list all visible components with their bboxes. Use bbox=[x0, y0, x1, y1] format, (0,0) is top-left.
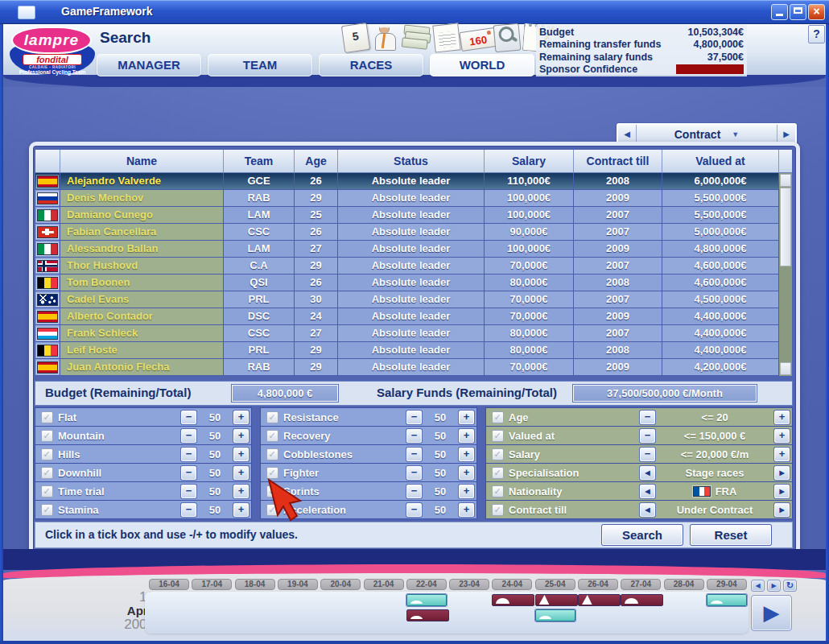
filter-checkbox[interactable] bbox=[492, 467, 504, 479]
filter-checkbox[interactable] bbox=[492, 448, 504, 460]
timeline-prev-button[interactable]: ◀ bbox=[751, 580, 765, 592]
date-button[interactable]: 20-04 bbox=[320, 579, 361, 590]
next-option-button[interactable]: ▶ bbox=[774, 466, 790, 480]
column-header[interactable]: Valued at bbox=[662, 150, 779, 173]
minus-button[interactable]: − bbox=[640, 411, 655, 424]
plus-button[interactable]: + bbox=[233, 448, 249, 461]
minus-button[interactable]: − bbox=[406, 429, 422, 443]
money-icon[interactable] bbox=[399, 21, 431, 55]
filter-checkbox[interactable] bbox=[492, 485, 504, 497]
date-button[interactable]: 26-04 bbox=[578, 579, 618, 590]
minus-button[interactable]: − bbox=[181, 429, 196, 443]
filter-checkbox[interactable] bbox=[266, 411, 278, 423]
plus-button[interactable]: + bbox=[459, 466, 474, 480]
close-icon[interactable]: × bbox=[808, 4, 825, 20]
table-row[interactable]: Damiano CunegoLAM25Absolute leader100,00… bbox=[35, 207, 792, 224]
table-scrollbar[interactable] bbox=[779, 150, 792, 376]
date-button[interactable]: 18-04 bbox=[235, 579, 275, 590]
minus-button[interactable]: − bbox=[181, 448, 196, 461]
next-option-button[interactable]: ▶ bbox=[774, 485, 790, 498]
minus-button[interactable]: − bbox=[406, 485, 422, 498]
table-row[interactable]: Alejandro ValverdeGCE26Absolute leader11… bbox=[35, 173, 792, 190]
tab-manager[interactable]: MANAGER bbox=[97, 54, 201, 76]
plus-button[interactable]: + bbox=[233, 429, 249, 443]
table-row[interactable]: Tom BoonenQSI26Absolute leader80,000€200… bbox=[35, 275, 792, 291]
timeline-next-button[interactable]: ▶ bbox=[767, 580, 781, 592]
race-event[interactable] bbox=[492, 594, 534, 606]
date-button[interactable]: 28-04 bbox=[664, 579, 704, 590]
table-row[interactable]: Thor HushovdC.A29Absolute leader70,000€2… bbox=[35, 258, 792, 275]
race-event[interactable] bbox=[535, 594, 578, 606]
filter-checkbox[interactable] bbox=[266, 448, 278, 460]
table-row[interactable]: Denis MenchovRAB29Absolute leader100,000… bbox=[35, 190, 792, 207]
plus-button[interactable]: + bbox=[459, 448, 474, 461]
table-row[interactable]: Alessandro BallanLAM27Absolute leader100… bbox=[35, 241, 792, 258]
date-button[interactable]: 17-04 bbox=[192, 579, 232, 590]
plus-button[interactable]: + bbox=[459, 411, 474, 424]
table-row[interactable]: Cadel EvansPRL30Absolute leader70,000€20… bbox=[35, 291, 792, 308]
filter-checkbox[interactable] bbox=[41, 448, 53, 460]
race-event[interactable] bbox=[707, 594, 747, 606]
scroll-down-button[interactable] bbox=[780, 362, 791, 375]
help-button[interactable]: ? bbox=[808, 25, 825, 43]
column-header[interactable]: Salary bbox=[485, 150, 574, 173]
date-button[interactable]: 29-04 bbox=[707, 579, 747, 590]
rider-icon[interactable] bbox=[370, 23, 399, 53]
race-event[interactable] bbox=[406, 609, 449, 621]
column-header[interactable]: Contract till bbox=[574, 150, 662, 173]
minus-button[interactable]: − bbox=[640, 429, 655, 443]
plus-button[interactable]: + bbox=[233, 503, 249, 517]
tab-world[interactable]: WORLD bbox=[430, 54, 534, 76]
race-event[interactable] bbox=[406, 594, 447, 606]
scrollbar-thumb[interactable] bbox=[780, 188, 791, 266]
race-event[interactable] bbox=[535, 609, 575, 621]
race-event[interactable] bbox=[621, 594, 663, 606]
filter-checkbox[interactable] bbox=[266, 467, 278, 479]
mail-icon[interactable]: 160 bbox=[460, 27, 496, 52]
table-row[interactable]: Frank SchleckCSC27Absolute leader80,000€… bbox=[35, 325, 792, 342]
plus-button[interactable]: + bbox=[459, 503, 474, 517]
plus-button[interactable]: + bbox=[233, 411, 249, 424]
plus-button[interactable]: + bbox=[774, 411, 790, 424]
tab-races[interactable]: RACES bbox=[319, 54, 423, 76]
plus-button[interactable]: + bbox=[774, 448, 790, 461]
next-option-button[interactable]: ▶ bbox=[774, 503, 790, 517]
maximize-icon[interactable] bbox=[790, 4, 806, 20]
date-button[interactable]: 16-04 bbox=[149, 579, 189, 590]
date-button[interactable]: 19-04 bbox=[278, 579, 318, 590]
minus-button[interactable]: − bbox=[181, 411, 196, 424]
column-header[interactable]: Name bbox=[60, 150, 224, 173]
date-button[interactable]: 22-04 bbox=[406, 579, 447, 590]
date-button[interactable]: 24-04 bbox=[492, 579, 532, 590]
minus-button[interactable]: − bbox=[640, 448, 655, 461]
selector-next-icon[interactable]: ▶ bbox=[777, 125, 795, 143]
table-row[interactable]: Leif HostePRL29Absolute leader80,000€200… bbox=[35, 342, 792, 359]
minimize-icon[interactable] bbox=[771, 4, 788, 20]
minus-button[interactable]: − bbox=[406, 448, 422, 461]
column-header[interactable]: Age bbox=[295, 150, 338, 173]
race-event[interactable] bbox=[578, 594, 621, 606]
minus-button[interactable]: − bbox=[181, 503, 196, 517]
play-button[interactable]: ▶ bbox=[751, 595, 792, 631]
tab-team[interactable]: TEAM bbox=[208, 54, 312, 76]
search-button[interactable]: Search bbox=[602, 525, 683, 545]
titlebar[interactable]: GameFramework × bbox=[0, 0, 829, 24]
prev-option-button[interactable]: ◀ bbox=[640, 466, 655, 480]
plus-button[interactable]: + bbox=[459, 429, 474, 443]
prev-option-button[interactable]: ◀ bbox=[640, 485, 655, 498]
selector-prev-icon[interactable]: ◀ bbox=[618, 125, 637, 143]
filter-checkbox[interactable] bbox=[41, 504, 53, 516]
filter-checkbox[interactable] bbox=[492, 504, 504, 516]
minus-button[interactable]: − bbox=[406, 466, 422, 480]
minus-button[interactable]: − bbox=[181, 485, 196, 498]
plus-button[interactable]: + bbox=[459, 485, 474, 498]
newspaper-icon[interactable] bbox=[432, 23, 461, 53]
filter-checkbox[interactable] bbox=[266, 430, 278, 442]
table-row[interactable]: Alberto ContadorDSC24Absolute leader70,0… bbox=[35, 308, 792, 325]
filter-checkbox[interactable] bbox=[492, 430, 504, 442]
column-header[interactable]: Team bbox=[224, 150, 295, 173]
calendar-icon[interactable]: 5 bbox=[340, 21, 373, 56]
minus-button[interactable]: − bbox=[406, 503, 422, 517]
table-row[interactable]: Juan Antonio FlechaRAB29Absolute leader7… bbox=[35, 359, 792, 376]
prev-option-button[interactable]: ◀ bbox=[640, 503, 655, 517]
